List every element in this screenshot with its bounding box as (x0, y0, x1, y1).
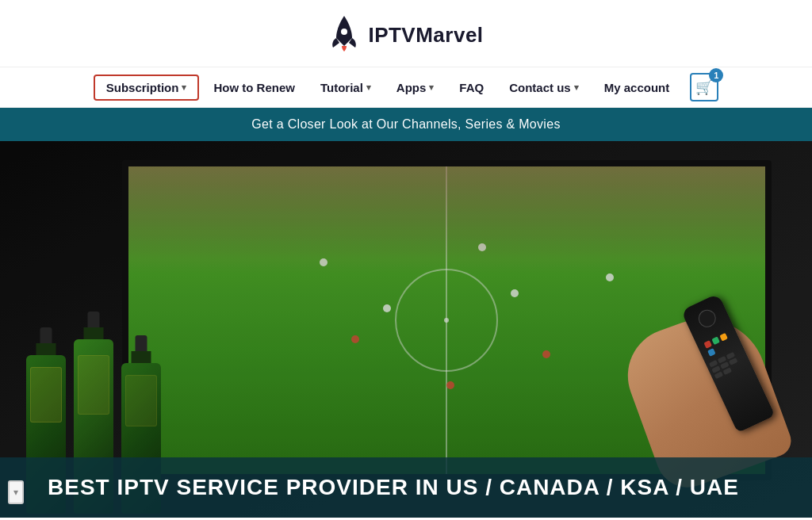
scroll-indicator[interactable]: ▾ (8, 480, 24, 504)
nav-item-my-account[interactable]: My account (593, 76, 681, 99)
logo-icon (328, 14, 360, 55)
nav-item-contact-us[interactable]: Contact us ▾ (498, 76, 590, 99)
nav-item-how-to-renew[interactable]: How to Renew (202, 76, 306, 99)
cart-icon: 🛒 (695, 78, 713, 96)
brand-name: IPTVMarvel (368, 23, 483, 48)
hero-title: BEST IPTV SERVICE PROVIDER IN US / CANAD… (48, 475, 764, 500)
nav-item-tutorial[interactable]: Tutorial ▾ (309, 76, 382, 99)
chevron-down-icon: ▾ (13, 487, 18, 498)
chevron-down-icon: ▾ (574, 82, 579, 93)
nav-item-subscription[interactable]: Subscription ▾ (94, 75, 200, 101)
logo[interactable]: IPTVMarvel (328, 14, 483, 55)
site-header: IPTVMarvel (0, 0, 812, 67)
chevron-down-icon: ▾ (366, 82, 371, 93)
promo-banner: Get a Closer Look at Our Channels, Serie… (0, 108, 812, 141)
hero-text-box: BEST IPTV SERVICE PROVIDER IN US / CANAD… (0, 457, 812, 518)
svg-point-0 (341, 29, 347, 35)
cart-count: 1 (709, 68, 723, 82)
nav-item-faq[interactable]: FAQ (448, 76, 495, 99)
chevron-down-icon: ▾ (429, 82, 434, 93)
main-nav: Subscription ▾ How to Renew Tutorial ▾ A… (0, 67, 812, 108)
nav-item-apps[interactable]: Apps ▾ (385, 76, 446, 99)
cart-button[interactable]: 🛒 1 (690, 73, 718, 101)
chevron-down-icon: ▾ (182, 82, 186, 93)
hero-section: BEST IPTV SERVICE PROVIDER IN US / CANAD… (0, 141, 812, 518)
